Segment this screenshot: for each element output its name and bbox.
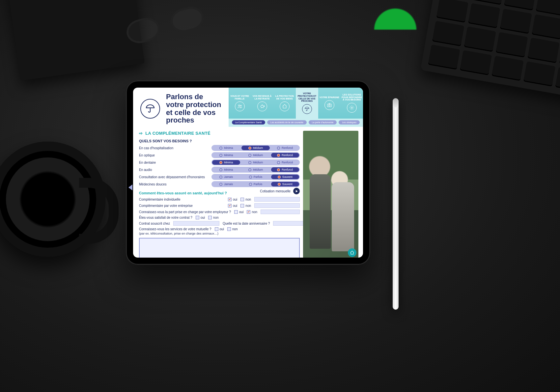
radio-dot-icon [219, 176, 222, 179]
checkbox-satisfied-non[interactable] [208, 216, 212, 219]
need-row-5: Médecines doucesJamaisParfoisSouvent [139, 181, 300, 187]
subnav-pill-2[interactable]: La perte d'autonomie [309, 120, 337, 125]
option-group: JamaisParfoisSouvent [211, 181, 300, 187]
option-médium[interactable]: Médium [241, 167, 269, 172]
nav-label: LA PROTECTION DE VOS BIENS [274, 95, 295, 100]
checkbox-individual-non[interactable] [240, 198, 244, 201]
gear-icon [347, 103, 357, 113]
subnav-pill-0[interactable]: La Complémentaire Santé [232, 120, 265, 125]
option-minima[interactable]: Minima [212, 153, 240, 157]
checkbox-services-oui[interactable] [215, 227, 218, 231]
nav-item-1[interactable]: VOS REVENUS À LA RETRAITE [251, 88, 273, 119]
option-parfois[interactable]: Parfois [241, 175, 269, 179]
nav-item-0[interactable]: VOUS ET VOTRE FAMILLE [229, 88, 251, 119]
sub-nav: La Complémentaire SantéLes accidents de … [229, 119, 363, 127]
label-satisfied: Êtes-vous satisfait de votre contrat ? [139, 216, 192, 219]
checkbox-services-non[interactable] [227, 227, 231, 231]
option-médium[interactable]: Médium [241, 146, 269, 150]
camera-icon [324, 100, 334, 110]
keyboard-prop [420, 0, 560, 100]
input-individual-amount[interactable] [254, 197, 300, 202]
label-employer-share: Connaissez-vous la part prise en charge … [139, 210, 231, 214]
radio-dot-icon [249, 176, 252, 179]
nav-item-5[interactable]: LES SOLUTIONS POUR RÉPONDRE À VOS BESOIN… [341, 88, 363, 119]
checkbox-company-non[interactable] [240, 204, 244, 208]
option-médium[interactable]: Médium [241, 160, 269, 165]
nav-label: LES SOLUTIONS POUR RÉPONDRE À VOS BESOIN… [342, 94, 362, 101]
nav-label: VOTRE PROTECTION ET CELLE DE VOS PROCHES [297, 92, 317, 102]
play-button[interactable] [293, 188, 300, 194]
piggy-icon [257, 101, 267, 111]
radio-dot-icon [249, 183, 252, 186]
need-row-0: En cas d'hospitalisationMinimaMédiumRenf… [139, 145, 300, 151]
option-souvent[interactable]: Souvent [271, 182, 299, 186]
option-jamais[interactable]: Jamais [212, 182, 240, 186]
option-minima[interactable]: Minima [212, 146, 240, 150]
nav-item-2[interactable]: LA PROTECTION DE VOS BIENS [273, 88, 296, 119]
need-label: Consultation avec dépassement d'honorair… [139, 175, 211, 179]
arrow-right-icon: ⇨ [139, 131, 143, 136]
need-row-1: En optiqueMinimaMédiumRenforcé [139, 152, 300, 158]
option-minima[interactable]: Minima [212, 160, 240, 165]
subnav-pill-3[interactable]: Les obsèques [339, 120, 360, 125]
option-group: MinimaMédiumRenforcé [211, 145, 300, 151]
option-renforcé[interactable]: Renforcé [271, 146, 299, 150]
option-renforcé[interactable]: Renforcé [271, 167, 299, 172]
checkbox-empshare-non[interactable] [247, 210, 250, 214]
checkbox-company-oui[interactable] [228, 204, 232, 208]
need-label: En audio [139, 168, 211, 172]
back-arrow-icon[interactable] [128, 184, 132, 190]
option-parfois[interactable]: Parfois [241, 182, 269, 186]
row-individual: Complémentaire individuelle oui non [139, 197, 300, 202]
row-employer-share: Connaissez-vous la part prise en charge … [139, 210, 300, 214]
option-group: MinimaMédiumRenforcé [211, 159, 300, 165]
need-label: En dentaire [139, 161, 211, 164]
option-jamais[interactable]: Jamais [212, 175, 240, 179]
checkbox-satisfied-oui[interactable] [196, 216, 199, 219]
option-minima[interactable]: Minima [212, 167, 240, 172]
option-group: MinimaMédiumRenforcé [211, 152, 300, 158]
checkbox-individual-oui[interactable] [228, 198, 232, 201]
page-title: Parlons de votre protection et celle de … [166, 93, 223, 124]
option-renforcé[interactable]: Renforcé [271, 160, 299, 165]
radio-dot-icon [219, 168, 222, 171]
users-icon [235, 101, 245, 111]
main-column: ⇨ LA COMPLÉMENTAIRE SANTÉ QUELS SONT VOS… [139, 131, 300, 258]
label-individual: Complémentaire individuelle [139, 198, 225, 201]
input-company-amount[interactable] [254, 203, 300, 208]
nav-item-4[interactable]: VOTRE ÉPARGNE [318, 88, 341, 119]
need-row-2: En dentaireMinimaMédiumRenforcé [139, 159, 300, 165]
svg-point-4 [351, 107, 352, 108]
need-row-3: En audioMinimaMédiumRenforcé [139, 167, 300, 173]
nav-item-3[interactable]: VOTRE PROTECTION ET CELLE DE VOS PROCHES [296, 88, 318, 119]
option-renforcé[interactable]: Renforcé [271, 153, 299, 157]
need-label: En optique [139, 154, 211, 157]
notes-textarea[interactable] [139, 238, 300, 258]
svg-point-3 [329, 105, 330, 106]
needs-heading: QUELS SONT VOS BESOINS ? [139, 139, 300, 143]
label-company: Complémentaire par votre entreprise [139, 204, 225, 208]
couple-photo [303, 131, 358, 258]
subnav-pill-1[interactable]: Les accidents de la vie courante [267, 120, 307, 125]
home-button[interactable] [348, 248, 356, 257]
cotisation-row: Cotisation mensuelle [260, 188, 300, 194]
option-souvent[interactable]: Souvent [271, 175, 299, 179]
home-icon [280, 101, 290, 111]
app-screen: Parlons de votre protection et celle de … [133, 88, 363, 258]
notebook-prop [7, 0, 145, 81]
radio-dot-icon [219, 154, 222, 157]
radio-dot-icon [277, 168, 280, 171]
row-company: Complémentaire par votre entreprise oui … [139, 203, 300, 208]
radio-dot-icon [219, 183, 222, 186]
svg-point-1 [240, 105, 241, 106]
stylus-prop [393, 99, 399, 310]
row-satisfied: Êtes-vous satisfait de votre contrat ? o… [139, 216, 300, 219]
tablet-frame: Parlons de votre protection et celle de … [126, 80, 370, 265]
checkbox-empshare-oui[interactable] [234, 210, 238, 214]
umbrella-icon [302, 104, 312, 114]
input-contract-at[interactable] [173, 221, 219, 226]
radio-dot-icon [219, 147, 222, 150]
option-group: JamaisParfoisSouvent [211, 174, 300, 180]
option-médium[interactable]: Médium [241, 153, 269, 157]
input-empshare-amount[interactable] [261, 210, 300, 214]
